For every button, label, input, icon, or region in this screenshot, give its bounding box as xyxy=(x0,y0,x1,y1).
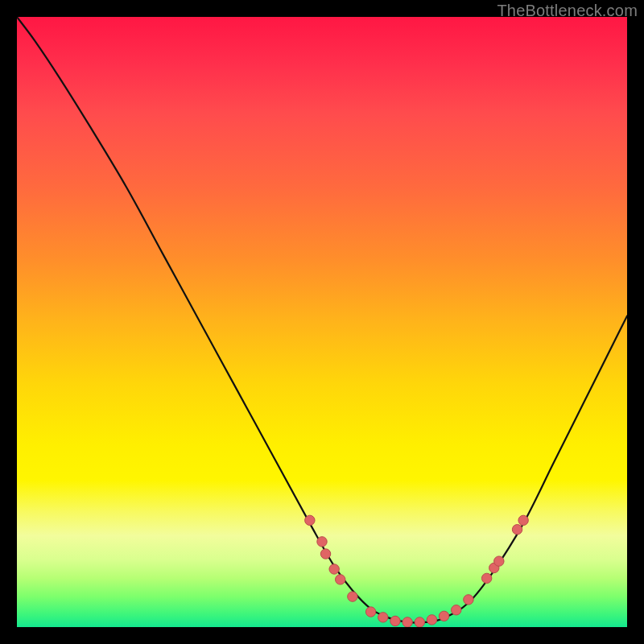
data-dot xyxy=(427,615,436,625)
data-dots xyxy=(305,515,529,627)
data-dot xyxy=(336,575,345,584)
data-dot xyxy=(494,556,504,566)
data-dot xyxy=(317,537,327,547)
data-dot xyxy=(329,564,339,574)
data-dot xyxy=(512,525,522,535)
chart-stage: TheBottleneck.com xyxy=(0,0,644,644)
data-dot xyxy=(481,573,491,583)
data-dot xyxy=(415,617,424,627)
plot-area xyxy=(17,17,627,627)
data-dot xyxy=(464,595,473,605)
data-dot xyxy=(320,549,330,559)
data-dot xyxy=(365,607,375,617)
chart-svg xyxy=(17,17,627,627)
data-dot xyxy=(452,605,461,615)
data-dot xyxy=(402,617,412,627)
data-dot xyxy=(305,515,315,525)
data-dot xyxy=(518,515,528,525)
data-dot xyxy=(348,592,357,601)
data-dot xyxy=(378,613,388,622)
data-dot xyxy=(439,611,448,621)
bottleneck-curve xyxy=(17,17,627,623)
watermark-text: TheBottleneck.com xyxy=(497,2,638,20)
data-dot xyxy=(390,616,400,625)
